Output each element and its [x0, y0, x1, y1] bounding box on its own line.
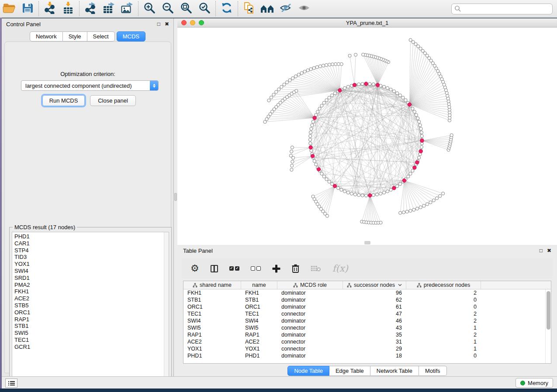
- network-node[interactable]: [418, 156, 421, 159]
- mcds-node[interactable]: [353, 83, 356, 87]
- network-node[interactable]: [325, 214, 329, 217]
- network-node[interactable]: [336, 186, 339, 189]
- mcds-node[interactable]: [338, 89, 342, 92]
- network-node[interactable]: [409, 209, 412, 212]
- network-node[interactable]: [346, 191, 349, 194]
- table-row[interactable]: TEC1TEC1connector472: [183, 310, 551, 317]
- network-node[interactable]: [310, 127, 313, 130]
- network-node[interactable]: [291, 164, 294, 167]
- network-node[interactable]: [419, 124, 422, 127]
- network-node[interactable]: [290, 168, 293, 171]
- network-node[interactable]: [396, 185, 399, 188]
- window-minimize-traffic-light[interactable]: [190, 20, 195, 25]
- network-node[interactable]: [346, 85, 349, 88]
- table-options-button[interactable]: ⚙: [190, 263, 199, 274]
- network-node[interactable]: [312, 66, 315, 69]
- network-node[interactable]: [328, 180, 331, 183]
- show-all-button[interactable]: [295, 1, 313, 17]
- network-node[interactable]: [277, 88, 280, 91]
- zoom-selected-button[interactable]: [195, 1, 214, 17]
- network-node[interactable]: [309, 131, 312, 134]
- mcds-result-item[interactable]: SWI4: [14, 268, 169, 275]
- network-node[interactable]: [322, 175, 325, 178]
- network-node[interactable]: [311, 124, 314, 127]
- network-node[interactable]: [320, 172, 323, 175]
- network-node[interactable]: [315, 163, 318, 166]
- network-node[interactable]: [310, 149, 313, 152]
- network-node[interactable]: [316, 110, 319, 113]
- network-node[interactable]: [411, 107, 414, 110]
- mcds-node[interactable]: [419, 149, 422, 153]
- network-node[interactable]: [280, 85, 283, 88]
- network-node[interactable]: [398, 182, 401, 186]
- network-node[interactable]: [420, 131, 423, 134]
- mcds-result-item[interactable]: FKH1: [14, 288, 169, 295]
- network-node[interactable]: [318, 107, 321, 110]
- network-node[interactable]: [364, 194, 367, 197]
- mcds-result-item[interactable]: YOX1: [14, 261, 169, 268]
- tab-network[interactable]: Network: [30, 31, 63, 41]
- tab-select[interactable]: Select: [87, 31, 115, 41]
- network-node[interactable]: [404, 99, 407, 102]
- zoom-out-button[interactable]: [159, 1, 177, 17]
- hide-selected-button[interactable]: [277, 1, 295, 17]
- network-node[interactable]: [333, 92, 336, 95]
- column-header-predecessor-nodes[interactable]: predecessor nodes: [406, 281, 481, 289]
- criterion-select[interactable]: largest connected component (undirected): [21, 80, 159, 91]
- mcds-node[interactable]: [420, 139, 424, 142]
- mcds-result-item[interactable]: CAR1: [14, 240, 169, 247]
- network-node[interactable]: [418, 120, 421, 123]
- network-node[interactable]: [325, 99, 328, 102]
- network-node[interactable]: [383, 191, 386, 194]
- refresh-view-button[interactable]: [218, 1, 236, 17]
- network-node[interactable]: [300, 72, 303, 75]
- delete-column-button[interactable]: [292, 263, 299, 274]
- mcds-result-item[interactable]: SRD1: [14, 275, 169, 282]
- network-node[interactable]: [322, 101, 325, 104]
- mcds-result-item[interactable]: STP4: [14, 247, 169, 254]
- network-node[interactable]: [330, 94, 333, 97]
- tab-mcds[interactable]: MCDS: [117, 31, 145, 41]
- network-node[interactable]: [409, 172, 412, 175]
- open-file-button[interactable]: [0, 1, 18, 17]
- network-node[interactable]: [328, 63, 331, 66]
- float-panel-icon[interactable]: □: [157, 21, 160, 27]
- window-maximize-traffic-light[interactable]: [199, 20, 204, 25]
- mcds-node[interactable]: [317, 168, 320, 171]
- network-node[interactable]: [386, 190, 389, 193]
- network-node[interactable]: [313, 159, 316, 162]
- close-panel-button[interactable]: Close panel: [90, 95, 136, 106]
- network-node[interactable]: [275, 90, 278, 93]
- network-node[interactable]: [353, 193, 356, 196]
- network-node[interactable]: [334, 62, 337, 65]
- mcds-result-item[interactable]: RAP1: [14, 316, 169, 323]
- mcds-node[interactable]: [376, 83, 379, 87]
- export-network-button[interactable]: [81, 1, 100, 17]
- network-node[interactable]: [375, 193, 378, 196]
- network-node[interactable]: [325, 178, 328, 181]
- network-node[interactable]: [303, 70, 306, 73]
- network-node[interactable]: [348, 54, 351, 57]
- column-header-MCDS-role[interactable]: MCDS role: [277, 281, 343, 289]
- table-row[interactable]: RAP1RAP1dominator352: [183, 331, 551, 338]
- import-network-button[interactable]: [41, 1, 59, 17]
- network-node[interactable]: [415, 207, 419, 210]
- network-node[interactable]: [340, 188, 343, 191]
- network-node[interactable]: [362, 53, 365, 56]
- splitter-handle[interactable]: [174, 193, 177, 201]
- chevron-down-icon[interactable]: [398, 284, 402, 286]
- network-node[interactable]: [340, 62, 343, 65]
- network-node[interactable]: [337, 62, 340, 65]
- network-node[interactable]: [416, 117, 419, 120]
- tab-node-table[interactable]: Node Table: [287, 366, 329, 376]
- tab-edge-table[interactable]: Edge Table: [329, 366, 370, 376]
- zoom-fit-button[interactable]: [177, 1, 195, 17]
- table-row[interactable]: FKH1FKH1dominator962: [183, 289, 551, 296]
- first-neighbors-button[interactable]: [258, 1, 277, 17]
- network-node[interactable]: [401, 96, 405, 99]
- network-node[interactable]: [315, 65, 318, 69]
- network-node[interactable]: [357, 83, 360, 86]
- zoom-in-button[interactable]: [140, 1, 159, 17]
- network-node[interactable]: [320, 104, 323, 107]
- network-view-canvas[interactable]: [177, 28, 557, 240]
